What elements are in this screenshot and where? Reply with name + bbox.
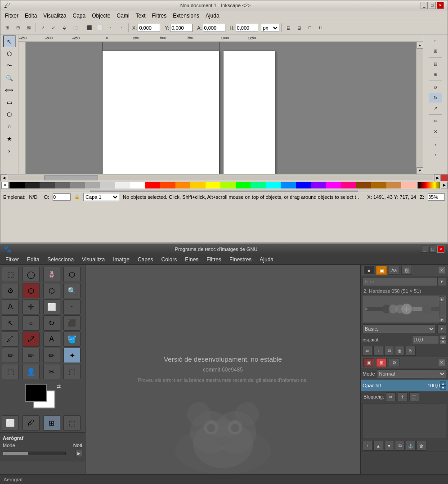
palette-c9[interactable] xyxy=(190,182,206,188)
palette-c12[interactable] xyxy=(281,182,296,188)
inkscape-close-btn[interactable]: ✕ xyxy=(437,2,444,9)
palette-black[interactable] xyxy=(9,182,25,188)
node-tool[interactable]: ⬡ xyxy=(3,48,16,59)
inkscape-maximize-btn[interactable]: □ xyxy=(429,2,436,9)
y-input[interactable] xyxy=(170,24,193,32)
brush-filter-input[interactable] xyxy=(363,277,437,286)
inkscape-canvas-container[interactable]: -750 -500 -250 0 250 500 750 1000 1250 xyxy=(18,35,423,174)
palette-c1[interactable] xyxy=(25,182,40,188)
palette-blue[interactable] xyxy=(296,182,311,188)
rt-btn-4[interactable]: ⊕ xyxy=(429,69,442,79)
palette-c15[interactable] xyxy=(371,182,386,188)
palette-magenta[interactable] xyxy=(326,182,341,188)
snap-btn-11[interactable]: ⬞ xyxy=(116,23,126,33)
inkscape-minimize-btn[interactable]: _ xyxy=(421,2,428,9)
gimp-tool-r4c1[interactable]: ↖ xyxy=(2,315,19,331)
layer-dup-btn[interactable]: ⧉ xyxy=(395,441,405,451)
opacity-input[interactable] xyxy=(53,193,71,201)
gimp-close-btn[interactable]: ✕ xyxy=(437,246,444,253)
snap-btn-9[interactable]: ⬜ xyxy=(95,23,105,33)
inkscape-menu-visualitza[interactable]: Visualitza xyxy=(40,12,69,20)
gimp-airbrush[interactable]: ✦ xyxy=(63,348,81,363)
gimp-menu-edita[interactable]: Edita xyxy=(23,255,43,264)
align-btn-4[interactable]: ⊔ xyxy=(316,23,326,33)
inkscape-menu-text[interactable]: Text xyxy=(133,12,148,20)
rt-btn-11[interactable]: ‹ xyxy=(429,150,442,160)
palette-c10[interactable] xyxy=(220,182,236,188)
3d-tool[interactable]: ⬡ xyxy=(3,108,16,120)
brush-icon-btn-2[interactable]: ▣ xyxy=(376,266,387,275)
measure-tool[interactable]: ⟺ xyxy=(3,84,16,96)
gimp-tool-b4[interactable]: ⬚ xyxy=(63,415,81,430)
palette-c7[interactable] xyxy=(115,182,130,188)
snap-btn-1[interactable]: ⊞ xyxy=(2,23,12,33)
gimp-tool-r5c1[interactable]: 🖊 xyxy=(2,332,19,347)
scroll-up-btn[interactable]: ▲ xyxy=(417,42,423,49)
lock-paint-btn[interactable]: ✏ xyxy=(386,392,396,401)
gimp-tool-r5c3[interactable]: A xyxy=(43,332,60,347)
palette-orange[interactable] xyxy=(175,182,191,188)
gimp-tool-b1[interactable]: ⬜ xyxy=(2,415,19,430)
hscroll-right-btn[interactable]: ▶ xyxy=(434,175,441,181)
gimp-tool-r7c1[interactable]: ⬚ xyxy=(2,364,19,379)
slider-arrow[interactable]: ▶ xyxy=(75,450,82,457)
rt-btn-1[interactable]: ⌂ xyxy=(429,36,442,45)
rt-btn-10[interactable]: › xyxy=(429,139,442,149)
palette-c5[interactable] xyxy=(85,182,100,188)
gimp-lasso[interactable]: 🪢 xyxy=(43,267,60,282)
snap-btn-10[interactable]: ⬝ xyxy=(106,23,116,33)
gimp-menu-filtres[interactable]: Filtres xyxy=(203,255,225,264)
gimp-menu-fitxer[interactable]: Fitxer xyxy=(2,255,22,264)
rt-btn-5[interactable]: ↺ xyxy=(429,82,442,92)
gimp-tool-r7c4[interactable]: ⬚ xyxy=(63,364,81,379)
palette-c14[interactable] xyxy=(341,182,356,188)
gimp-rect-select[interactable]: ⬚ xyxy=(2,267,19,282)
star-tool[interactable]: ★ xyxy=(3,133,16,144)
gimp-tool-r2c1[interactable]: ⚙ xyxy=(2,283,19,298)
gimp-tool-b3[interactable]: ⊞ xyxy=(43,415,60,430)
gimp-fuzzy-select[interactable]: ⬡ xyxy=(63,267,81,282)
gimp-tool-r7c2[interactable]: 👤 xyxy=(22,364,40,379)
gimp-tool-r3c3[interactable]: ⬜ xyxy=(43,299,60,314)
h-input[interactable] xyxy=(236,24,258,32)
rt-btn-8[interactable]: ✄ xyxy=(429,116,442,126)
gimp-tool-r6c2[interactable]: ✏ xyxy=(22,348,40,363)
brush-icon-btn-1[interactable]: ■ xyxy=(363,266,374,275)
gimp-ellipse-select[interactable]: ◯ xyxy=(22,267,40,282)
inkscape-menu-capa[interactable]: Capa xyxy=(70,12,89,20)
palette-c8[interactable] xyxy=(160,182,175,188)
gimp-tool-r4c3[interactable]: ↻ xyxy=(43,315,60,331)
inkscape-menu-cami[interactable]: Cami xyxy=(114,12,132,20)
adjust-tool[interactable]: 〜 xyxy=(3,60,16,72)
palette-yellow[interactable] xyxy=(206,182,221,188)
layer-del-btn[interactable]: 🗑 xyxy=(417,441,426,451)
gimp-tool-r6c3[interactable]: ✏ xyxy=(43,348,60,363)
gimp-tool-r4c4[interactable]: ⬛ xyxy=(63,315,81,331)
gimp-tool-r4c2[interactable]: ⬦ xyxy=(22,315,40,331)
palette-c2[interactable] xyxy=(40,182,55,188)
a-input[interactable] xyxy=(203,24,225,32)
palette-c17[interactable] xyxy=(401,182,417,188)
palette-c11[interactable] xyxy=(251,182,266,188)
rt-btn-3[interactable]: ⊟ xyxy=(429,59,442,69)
snap-btn-6[interactable]: ⬙ xyxy=(59,23,69,33)
layer-anchor-btn[interactable]: ⚓ xyxy=(406,441,416,451)
hscroll-left-btn[interactable]: ◀ xyxy=(0,175,7,181)
gimp-tool-r6c1[interactable]: ✏ xyxy=(2,348,19,363)
swap-colors-btn[interactable]: ⇄ xyxy=(57,384,61,390)
inkscape-scroll-v[interactable]: ▲ ▼ xyxy=(416,42,423,174)
rect-tool[interactable]: ▭ xyxy=(3,96,16,108)
gimp-menu-eines[interactable]: Eines xyxy=(181,255,202,264)
no-color-btn[interactable]: ✕ xyxy=(1,182,9,189)
gimp-tool-r3c1[interactable]: A xyxy=(2,299,19,314)
opacity-row[interactable]: Opacitat 100,0 ▲ ▼ xyxy=(361,380,448,391)
snap-indicator[interactable] xyxy=(441,175,448,181)
gimp-menu-imatge[interactable]: Imatge xyxy=(109,255,133,264)
x-input[interactable] xyxy=(138,24,160,32)
gimp-tool-r2c4[interactable]: 🔍 xyxy=(63,283,81,298)
gimp-minimize-btn[interactable]: _ xyxy=(421,246,428,253)
gimp-tool-r7c3[interactable]: ✂ xyxy=(43,364,60,379)
gimp-tool-b2[interactable]: 🖊 xyxy=(22,415,40,430)
fg-color-btn[interactable] xyxy=(25,384,47,402)
gimp-tool-r2c3[interactable]: ⬡ xyxy=(43,283,60,298)
